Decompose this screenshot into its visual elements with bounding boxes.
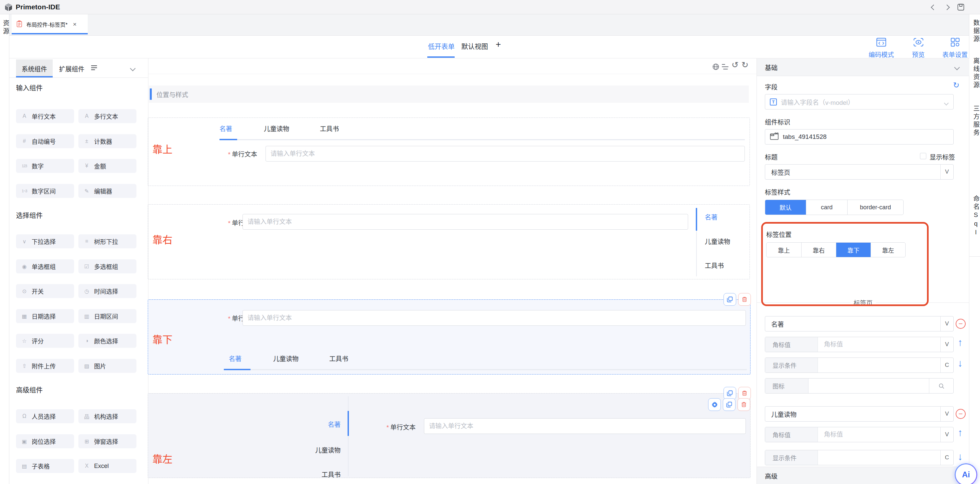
condition-suffix-button[interactable]: C: [940, 450, 953, 465]
show-label-checkbox[interactable]: [920, 153, 926, 159]
tabs-demo-right[interactable]: *单行文本 名著 儿童读物 工具书 靠右: [148, 204, 750, 280]
collapse-chevron-icon[interactable]: [955, 65, 959, 71]
delete-field-button[interactable]: [738, 398, 750, 411]
save-icon[interactable]: [957, 3, 965, 13]
form-title-bar[interactable]: 位置与样式: [148, 85, 749, 103]
palette-item-tree-dropdown[interactable]: ≡树形下拉: [78, 234, 137, 248]
move-up-icon[interactable]: ↑: [958, 337, 963, 348]
badge-value-input[interactable]: [819, 427, 940, 442]
code-mode-button[interactable]: 编码模式: [863, 38, 899, 59]
palette-item-dropdown-select[interactable]: ∨下拉选择: [16, 234, 74, 248]
copy-field-button[interactable]: [723, 398, 735, 411]
tab-mingzhu[interactable]: 名著: [229, 354, 242, 363]
tab-style-default[interactable]: 默认: [765, 200, 806, 215]
field-settings-gear-button[interactable]: [708, 398, 721, 411]
tab-item-name-field[interactable]: V: [765, 316, 954, 331]
palette-item-amount[interactable]: ¥金额: [78, 159, 137, 173]
display-condition-row[interactable]: 显示条件 C: [765, 450, 954, 465]
document-tab-close-icon[interactable]: ×: [73, 21, 77, 28]
palette-item-post-select[interactable]: ▣岗位选择: [16, 434, 74, 448]
copy-component-button[interactable]: [724, 293, 736, 306]
inspector-section-basic[interactable]: 基础: [757, 58, 969, 76]
tab-mingzhu[interactable]: 名著: [220, 124, 232, 133]
palette-tab-extension[interactable]: 扩展组件: [55, 59, 88, 77]
delete-component-button[interactable]: [738, 293, 751, 306]
inspector-section-advanced[interactable]: 高级: [757, 466, 969, 484]
add-view-button[interactable]: +: [496, 39, 501, 50]
delete-container-button[interactable]: [738, 387, 751, 399]
nav-forward-icon[interactable]: [945, 5, 949, 11]
tab-reference-books[interactable]: 工具书: [320, 124, 339, 133]
dock-tab-named-sql[interactable]: 命名Sql: [971, 195, 980, 237]
preview-button[interactable]: 预览: [907, 38, 930, 59]
palette-item-image[interactable]: ▨图片: [78, 359, 137, 373]
palette-item-sub-table[interactable]: ▤子表格: [16, 459, 74, 473]
palette-item-date-range[interactable]: ▥日期区间: [78, 309, 137, 323]
palette-item-org-select[interactable]: 品机构选择: [78, 409, 137, 423]
palette-item-date-picker[interactable]: ▦日期选择: [16, 309, 74, 323]
palette-item-color-picker[interactable]: ◑颜色选择: [78, 334, 137, 348]
remove-tab-item-button[interactable]: −: [956, 319, 966, 329]
tab-style-border-card[interactable]: border-card: [847, 200, 903, 215]
tab-children-books[interactable]: 儿童读物: [264, 124, 289, 133]
palette-item-number-range[interactable]: 1~3数字区间: [16, 184, 74, 198]
i18n-globe-icon[interactable]: [712, 63, 719, 72]
form-settings-button[interactable]: 表单设置: [937, 38, 973, 59]
display-condition-input[interactable]: [819, 450, 940, 465]
refresh-icon[interactable]: ↻: [953, 81, 959, 90]
palette-collapse-icon[interactable]: [131, 66, 135, 72]
single-line-text-input[interactable]: [424, 418, 746, 434]
palette-tab-system[interactable]: 系统组件: [16, 59, 53, 77]
tab-item-name-input[interactable]: [767, 407, 940, 421]
tab-position-top[interactable]: 靠上: [767, 243, 801, 257]
variable-suffix-button[interactable]: V: [940, 427, 953, 442]
palette-item-editor[interactable]: ✎编辑器: [78, 184, 137, 198]
variable-suffix-button[interactable]: V: [940, 337, 953, 352]
redo-icon[interactable]: ↻: [741, 60, 749, 70]
move-up-icon[interactable]: ↑: [958, 427, 963, 438]
palette-item-person-select[interactable]: Ω人员选择: [16, 409, 74, 423]
badge-value-row[interactable]: 角标值 V: [765, 337, 954, 352]
dock-tab-resources[interactable]: 资源: [1, 20, 10, 36]
undo-icon[interactable]: ↺: [732, 60, 738, 70]
palette-item-dialog-select[interactable]: ⊞弹窗选择: [78, 434, 137, 448]
tab-item-name-field[interactable]: V: [765, 406, 954, 422]
variable-suffix-button[interactable]: V: [940, 407, 953, 421]
tab-position-right[interactable]: 靠右: [801, 243, 836, 257]
dock-tab-third-party-services[interactable]: 三方服务: [971, 105, 980, 137]
component-id-field[interactable]: Tab: [765, 129, 954, 145]
component-id-input[interactable]: [783, 129, 953, 144]
tab-reference-books[interactable]: 工具书: [329, 354, 348, 363]
tab-item-name-input[interactable]: [767, 316, 940, 331]
nav-back-icon[interactable]: [932, 5, 935, 11]
tab-children-books[interactable]: 儿童读物: [705, 236, 730, 246]
palette-item-counter[interactable]: ±计数器: [78, 134, 137, 148]
badge-value-row[interactable]: 角标值 V: [765, 427, 954, 442]
move-down-icon[interactable]: ↓: [958, 358, 963, 369]
single-line-text-input[interactable]: [242, 310, 746, 326]
palette-item-number[interactable]: 123数字: [16, 159, 74, 173]
tabs-demo-left[interactable]: 名著 儿童读物 工具书 *单行文本 靠左: [148, 393, 751, 478]
palette-item-single-line-text[interactable]: A单行文本: [16, 109, 74, 123]
palette-item-auto-number[interactable]: #自动编号: [16, 134, 74, 148]
palette-item-rating[interactable]: ☆评分: [16, 334, 74, 348]
ai-assistant-button[interactable]: Ai: [955, 463, 977, 484]
icon-row[interactable]: 图标: [765, 378, 954, 393]
palette-item-radio-group[interactable]: ◉单选框组: [16, 259, 74, 273]
tab-mingzhu[interactable]: 名著: [705, 212, 718, 221]
remove-tab-item-button[interactable]: −: [956, 409, 966, 419]
outline-tree-icon[interactable]: [721, 64, 729, 72]
tab-children-books[interactable]: 儿童读物: [291, 445, 340, 454]
icon-search-button[interactable]: [929, 379, 953, 393]
display-condition-input[interactable]: [819, 358, 940, 372]
palette-list-icon[interactable]: [91, 65, 97, 72]
icon-input[interactable]: [810, 379, 929, 393]
field-select[interactable]: T 请输入字段名（v-model）: [765, 94, 954, 110]
palette-item-switch[interactable]: ⊙开关: [16, 284, 74, 298]
palette-item-checkbox-group[interactable]: ☑多选框组: [78, 259, 137, 273]
single-line-text-input[interactable]: [266, 146, 745, 161]
palette-item-multi-line-text[interactable]: A多行文本: [78, 109, 137, 123]
tabs-demo-top[interactable]: 名著 儿童读物 工具书 *单行文本 靠上: [148, 118, 750, 186]
tab-position-bottom[interactable]: 靠下: [836, 243, 870, 257]
tab-mingzhu[interactable]: 名著: [291, 420, 340, 428]
